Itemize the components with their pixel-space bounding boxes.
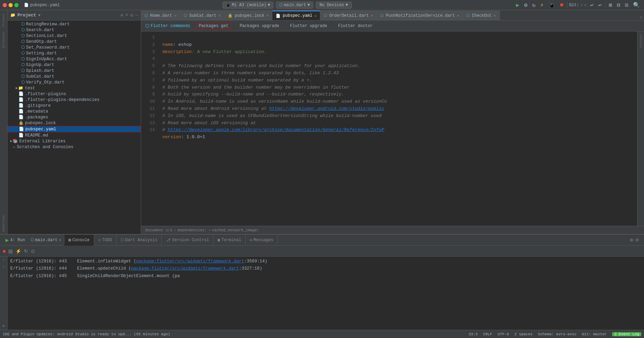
tree-item-setpassword[interactable]: ⬡ Set_Password.dart <box>8 44 141 50</box>
console-stop-btn[interactable]: ■ <box>3 248 5 254</box>
layout-icon1[interactable]: ⊞ <box>607 1 614 9</box>
tree-item-metadata[interactable]: 📄 .metadata <box>8 108 141 114</box>
bottom-tab-messages[interactable]: ✉ Messages <box>246 235 278 246</box>
ios-versioning-link[interactable]: https://developer.apple.com/library/arch… <box>168 127 384 132</box>
tab-pubspec-yaml-close[interactable]: ✕ <box>314 14 317 18</box>
bottom-maximize-icon[interactable]: ⊟ <box>636 237 639 243</box>
structure-strip-icon[interactable]: Structure <box>2 29 5 50</box>
console-link-44[interactable]: package:flutter/src/widgets/framework.da… <box>131 266 239 271</box>
event-log-button[interactable]: 2 Event Log <box>612 332 641 336</box>
profile-icon[interactable]: 📱 <box>547 1 557 9</box>
tab-pubspec-lock-close[interactable]: ✕ <box>267 13 269 18</box>
run-config-selector[interactable]: ⬡ main.dart ▼ <box>276 2 313 9</box>
project-strip-icon[interactable]: Project <box>2 12 5 29</box>
tab-orderdetail[interactable]: ⬡ OrderDetail.dart ✕ <box>320 11 377 20</box>
tab-pubspec-yaml[interactable]: 📄 pubspec.yaml ✕ <box>272 11 320 20</box>
bottom-tab-terminal[interactable]: ▣ Terminal <box>213 235 246 246</box>
favorites-strip-icon[interactable]: Favorites <box>2 213 5 234</box>
window-controls[interactable] <box>3 3 18 7</box>
tab-subcat-dart[interactable]: ⬡ SubCat.dart ✕ <box>180 11 224 20</box>
tree-collapse-icon[interactable]: ≡ <box>125 12 128 18</box>
debug-icon[interactable]: ⚙ <box>523 1 529 9</box>
tab-checkout[interactable]: ⬡ CheckOut ✕ <box>463 11 499 20</box>
tree-item-external-libs[interactable]: ▶ 📚 External Libraries <box>8 138 141 144</box>
close-button[interactable] <box>3 3 7 7</box>
refresh-icon[interactable]: ↻ <box>531 1 537 9</box>
tab-pubspec-lock[interactable]: 🔒 pubspec.lock ✕ <box>224 11 272 20</box>
maximize-button[interactable] <box>14 3 18 7</box>
code-content[interactable]: name: eshop description: A new Flutter a… <box>158 31 637 226</box>
bottom-tab-todo[interactable]: ☑ TODO <box>94 235 116 246</box>
tab-pushnotification-close[interactable]: ✕ <box>457 13 459 18</box>
tab-subcat-close[interactable]: ✕ <box>219 13 221 18</box>
bottom-panel: ▶ 4: Run ⬡ main.dart ✕ ▤ Console ☑ TODO … <box>0 234 644 330</box>
run-icon[interactable]: ▶ <box>515 1 521 9</box>
packages-upgrade-button[interactable]: Packages upgrade <box>237 23 282 29</box>
tree-item-signinupacc[interactable]: ⬡ SignInUpAcc.dart <box>8 56 141 62</box>
redo-icon[interactable]: ↩ <box>597 1 603 9</box>
tree-item-flutter-plugins-dep[interactable]: 📄 .flutter-plugins-dependencies <box>8 97 141 103</box>
tree-item-splash[interactable]: ⬡ Splash.dart <box>8 68 141 74</box>
console-filter-btn[interactable]: ⊙ <box>31 248 35 254</box>
tree-item-test[interactable]: ▶ 📁 test <box>8 85 141 91</box>
tab-home-dart[interactable]: ⬡ Home.dart ✕ <box>141 11 180 20</box>
tree-item-scratches[interactable]: ✏ Scratches and Consoles <box>8 144 141 150</box>
bottom-tab-dart-analysis[interactable]: ⬡ Dart Analysis <box>116 235 162 246</box>
tabs-right-actions: › <box>639 15 644 20</box>
tree-close-icon[interactable]: — <box>135 12 138 18</box>
tree-item-pubspec-yaml[interactable]: 📄 pubspec.yaml <box>8 126 141 132</box>
console-run-btn[interactable]: ▤ <box>8 248 13 254</box>
tree-item-subcat[interactable]: ⬡ SubCat.dart <box>8 74 141 79</box>
dart-file-icon: ⬡ <box>21 68 25 73</box>
minimize-button[interactable] <box>9 3 13 7</box>
tab-checkout-close[interactable]: ✕ <box>494 13 496 18</box>
tree-item-sectionlist[interactable]: ⬡ SectionList.dart <box>8 33 141 39</box>
tab-home-close[interactable]: ✕ <box>174 13 177 18</box>
console-up-icon[interactable]: ↑ <box>2 258 5 263</box>
tree-settings-icon[interactable]: ⚙ <box>130 12 133 18</box>
console-expand-icon[interactable]: » <box>2 324 5 328</box>
tree-item-sendotp[interactable]: ⬡ SendOtp.dart <box>8 39 141 44</box>
run-tab-close[interactable]: ✕ <box>59 237 61 243</box>
undo-icon[interactable]: ↩ <box>589 1 595 9</box>
search-icon[interactable]: 🔍 <box>632 1 641 9</box>
tree-item-signup[interactable]: ⬡ SignUp.dart <box>8 62 141 68</box>
project-dropdown-icon[interactable]: ▼ <box>38 13 41 17</box>
tree-locate-icon[interactable]: ⊕ <box>120 12 123 18</box>
lightning-icon[interactable]: ⚡ <box>539 1 545 9</box>
layout-icon3[interactable]: ⊡ <box>623 1 630 9</box>
bottom-tab-console[interactable]: ▤ Console <box>64 235 94 246</box>
stop-icon[interactable]: ■ <box>559 1 565 9</box>
tree-item-gitignore[interactable]: 📄 .gitignore <box>8 103 141 108</box>
tab-pushnotification[interactable]: ⬡ PushNotificationService.dart ✕ <box>377 11 463 20</box>
tree-item-packages[interactable]: 📄 .packages <box>8 114 141 120</box>
console-reload-btn[interactable]: ↻ <box>24 248 28 254</box>
status-indent[interactable]: 2 spaces <box>515 332 533 336</box>
tree-item-ratingreview[interactable]: ⬡ RatingReview.dart <box>8 21 141 27</box>
tree-item-flutter-plugins[interactable]: 📄 .flutter-plugins <box>8 91 141 97</box>
tree-item-search[interactable]: ⬡ Search.dart <box>8 27 141 33</box>
tab-scroll-right-icon[interactable]: › <box>640 15 643 20</box>
console-lightning-btn[interactable]: ⚡ <box>15 248 21 254</box>
status-git-branch[interactable]: Git: master <box>582 332 607 336</box>
status-position[interactable]: 33:3 <box>469 332 478 336</box>
console-down-icon[interactable]: ↓ <box>2 264 5 269</box>
tree-item-readme[interactable]: 📄 README.md <box>8 132 141 138</box>
android-versioning-link[interactable]: https://developer.android.com/studio/pub… <box>269 106 384 111</box>
bottom-tab-version-control[interactable]: ⎇ Version Control <box>162 235 213 246</box>
device-selector[interactable]: 📱 Mi A3 (mobile) ▼ <box>223 2 273 9</box>
status-line-endings[interactable]: CRLF <box>483 332 492 336</box>
bottom-settings-icon[interactable]: ⚙ <box>630 237 633 243</box>
console-link-43[interactable]: package:flutter/src/widgets/framework.da… <box>136 259 244 264</box>
flutter-doctor-button[interactable]: Flutter doctor <box>335 23 375 29</box>
status-encoding[interactable]: UTF-8 <box>498 332 509 336</box>
packages-get-button[interactable]: Packages get <box>196 23 231 29</box>
tree-item-verifyotp[interactable]: ⬡ Verify_Otp.dart <box>8 79 141 85</box>
status-schema[interactable]: Schema: avro-avsc <box>538 332 577 336</box>
no-devices-button[interactable]: No Devices ▼ <box>316 2 352 9</box>
tab-orderdetail-close[interactable]: ✕ <box>371 13 373 18</box>
flutter-upgrade-button[interactable]: Flutter upgrade <box>287 23 330 29</box>
tree-item-setting[interactable]: ⬡ Setting.dart <box>8 50 141 56</box>
tree-item-pubspec-lock[interactable]: 🔒 pubspec.lock <box>8 120 141 126</box>
layout-icon2[interactable]: ⊟ <box>616 1 622 9</box>
